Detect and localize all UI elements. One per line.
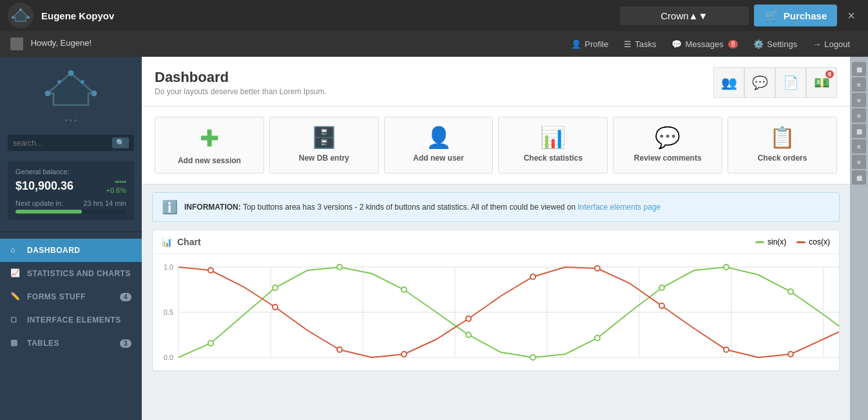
- svg-point-33: [659, 285, 664, 290]
- check-stats-label: Check statistics: [524, 154, 583, 163]
- profile-nav[interactable]: 👤 Profile: [563, 31, 616, 57]
- messages-nav[interactable]: 💬 Messages 8: [664, 31, 746, 57]
- sidebar-item-forms[interactable]: ✏️ Forms Stuff 4: [0, 285, 142, 308]
- cart-icon: 🛒: [764, 8, 778, 23]
- action-add-session[interactable]: ✚ Add new session: [155, 117, 264, 174]
- chart-header: 📊 Chart sin(x) cos(x): [153, 230, 839, 254]
- tasks-nav[interactable]: ☰ Tasks: [616, 31, 664, 57]
- avatar-icon: [10, 37, 23, 50]
- action-check-stats[interactable]: 📊 Check statistics: [498, 117, 608, 174]
- check-orders-icon: 📋: [769, 125, 795, 150]
- svg-point-45: [788, 352, 793, 357]
- chart-title: Chart: [177, 237, 201, 247]
- rs-btn-8[interactable]: ▦: [852, 170, 866, 185]
- sidebar-item-label-forms: Forms Stuff: [27, 292, 86, 301]
- chart-legend: sin(x) cos(x): [755, 237, 830, 246]
- rs-btn-1[interactable]: ▦: [852, 62, 866, 76]
- search-button[interactable]: 🔍: [112, 137, 129, 148]
- rs-btn-5[interactable]: ▦: [852, 124, 866, 138]
- svg-point-43: [659, 303, 664, 308]
- svg-point-30: [466, 332, 471, 337]
- username-label: Eugene Kopyov: [41, 10, 620, 21]
- svg-text:0.0: 0.0: [164, 354, 173, 361]
- svg-point-42: [595, 266, 600, 271]
- rs-btn-2[interactable]: ≡: [852, 77, 866, 92]
- svg-point-32: [595, 335, 600, 341]
- sidebar-item-dashboard[interactable]: ⌂ Dashboard: [0, 239, 142, 262]
- review-comments-label: Review comments: [634, 154, 702, 163]
- money-header-button[interactable]: 💵 8: [806, 67, 837, 98]
- add-session-icon: ✚: [200, 125, 219, 152]
- tasks-icon: ☰: [624, 39, 632, 49]
- purchase-button[interactable]: 🛒 Purchase: [754, 5, 838, 26]
- app-logo: [8, 3, 34, 28]
- header-icon-group: 👥 💬 📄 💵 8: [713, 67, 837, 98]
- svg-text:0.5: 0.5: [164, 308, 173, 316]
- sidebar-divider: [0, 232, 142, 232]
- check-orders-label: Check orders: [758, 154, 807, 163]
- svg-point-35: [788, 289, 793, 294]
- search-input[interactable]: [13, 139, 112, 148]
- settings-icon: ⚙️: [753, 39, 764, 49]
- svg-point-8: [45, 90, 51, 96]
- new-db-icon: 🗄️: [311, 125, 337, 150]
- comments-header-button[interactable]: 💬: [744, 67, 775, 98]
- close-button[interactable]: ×: [842, 6, 860, 26]
- settings-nav[interactable]: ⚙️ Settings: [746, 31, 805, 57]
- balance-change: +0.6%: [106, 186, 127, 194]
- add-session-label: Add new session: [178, 156, 241, 165]
- svg-point-27: [273, 285, 278, 290]
- crown-label: Crown: [661, 10, 688, 21]
- sidebar-item-label-tables: Tables: [27, 339, 59, 348]
- sidebar-item-statistics[interactable]: 📈 Statistics and Charts: [0, 262, 142, 285]
- page-title: Dashboard: [155, 69, 327, 86]
- progress-bar-bg: [15, 210, 126, 214]
- chart-title-row: 📊 Chart: [162, 237, 201, 247]
- next-update-label: Next update in:: [15, 199, 63, 207]
- cos-legend-dot: [796, 241, 805, 243]
- chart-container: 📊 Chart sin(x) cos(x): [152, 230, 840, 371]
- info-link[interactable]: Interface elements page: [578, 203, 661, 212]
- svg-point-28: [337, 265, 342, 270]
- rs-btn-3[interactable]: ≡: [852, 93, 866, 107]
- sidebar-item-interface[interactable]: ◻ Interface Elements: [0, 308, 142, 332]
- sidebar-item-label-statistics: Statistics and Charts: [27, 269, 131, 278]
- docs-header-button[interactable]: 📄: [775, 67, 806, 98]
- sin-legend-dot: [755, 241, 764, 243]
- action-review-comments[interactable]: 💬 Review comments: [613, 117, 722, 174]
- svg-point-31: [530, 355, 535, 360]
- action-check-orders[interactable]: 📋 Check orders: [728, 117, 837, 174]
- rs-btn-4[interactable]: ≡: [852, 108, 866, 123]
- action-add-user[interactable]: 👤 Add new user: [384, 117, 494, 174]
- users-header-button[interactable]: 👥: [713, 67, 744, 98]
- svg-text:1.0: 1.0: [164, 263, 173, 271]
- forms-icon: ✏️: [10, 292, 21, 302]
- legend-cos: cos(x): [796, 237, 830, 246]
- logout-nav[interactable]: → Logout: [805, 31, 858, 57]
- sidebar-item-tables[interactable]: ▦ Tables 3: [0, 332, 142, 355]
- sidebar-dots: ● ● ●: [0, 115, 142, 130]
- action-new-db[interactable]: 🗄️ New DB entry: [269, 117, 379, 174]
- rs-btn-6[interactable]: ≡: [852, 139, 866, 154]
- search-box[interactable]: 🔍: [8, 135, 134, 151]
- sidebar-item-label-interface: Interface Elements: [27, 315, 121, 325]
- main-content: Dashboard Do your layouts deserve better…: [142, 57, 850, 420]
- balance-chart-icon: ▪▪▪▪▪: [106, 178, 127, 185]
- svg-point-10: [57, 80, 61, 83]
- sidebar-item-label-dashboard: Dashboard: [27, 246, 81, 255]
- tables-badge: 3: [120, 339, 131, 348]
- messages-icon: 💬: [671, 39, 682, 49]
- secondary-nav: Howdy, Eugene! 👤 Profile ☰ Tasks 💬 Messa…: [0, 31, 868, 57]
- docs-icon: 📄: [783, 75, 799, 90]
- balance-label: General balance:: [15, 168, 126, 175]
- info-box: ℹ️ INFORMATION: Top buttons area has 3 v…: [152, 192, 840, 222]
- dashboard-header: Dashboard Do your layouts deserve better…: [142, 57, 850, 106]
- greeting: Howdy, Eugene!: [10, 37, 563, 50]
- sidebar-logo: [0, 57, 142, 115]
- crown-selector[interactable]: Crown ▲▼: [620, 6, 749, 25]
- home-icon: ⌂: [10, 245, 21, 255]
- svg-point-4: [27, 16, 30, 19]
- forms-badge: 4: [120, 293, 131, 301]
- rs-btn-7[interactable]: ≡: [852, 155, 866, 169]
- legend-sin: sin(x): [755, 237, 786, 246]
